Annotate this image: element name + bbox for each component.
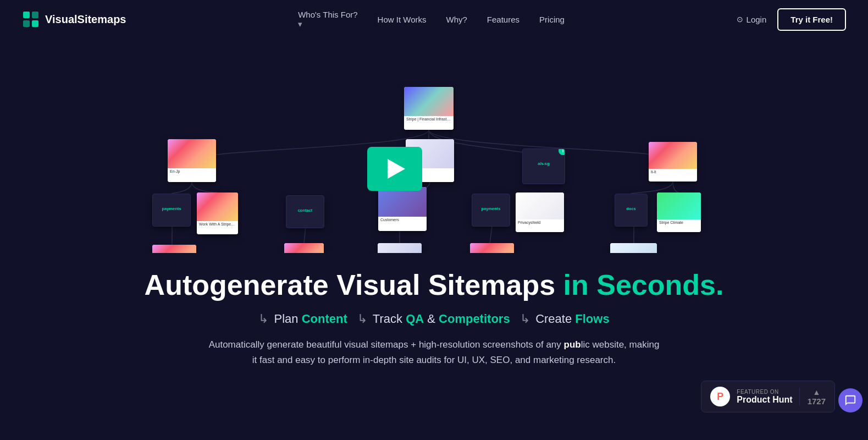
logo-icon: [22, 10, 40, 28]
node-payment-links: Stripe Payment Links: Create & Li...: [152, 245, 196, 253]
logo[interactable]: VisualSitemaps: [22, 10, 126, 28]
svg-rect-3: [32, 20, 38, 27]
node-payments-left: payments: [152, 194, 191, 227]
product-hunt-arrow: ▲: [812, 388, 820, 397]
product-hunt-name: Product Hunt: [737, 395, 792, 405]
node-root: Stripe | Financial Infrastructure For...: [404, 87, 454, 130]
chat-icon: [844, 394, 856, 406]
nav-how-it-works[interactable]: How It Works: [378, 15, 427, 24]
node-payments-docs: Payments | Stripe Documentation: [610, 243, 657, 253]
login-icon: ⊙: [737, 15, 743, 24]
hero-subtitle: ↳ Plan Content ↳ Track QA & Competitors …: [22, 312, 846, 326]
product-hunt-badge[interactable]: P FEATURED ON Product Hunt ▲ 1727: [701, 381, 835, 413]
product-hunt-featured-label: FEATURED ON: [737, 389, 792, 395]
nav-links: Who's This For? ▾ How It Works Why? Feat…: [298, 10, 565, 29]
play-icon: [388, 159, 405, 179]
arrow-icon-1: ↳: [258, 312, 268, 326]
chevron-down-icon: ▾: [298, 19, 357, 29]
nav-right: ⊙ Login Try it Free!: [737, 8, 846, 31]
node-stripe-climate: Stripe Climate: [657, 193, 701, 232]
play-button[interactable]: [367, 147, 422, 191]
arrow-icon-2: ↳: [357, 312, 367, 326]
node-payments-right: payments: [472, 194, 510, 227]
nav-why[interactable]: Why?: [446, 15, 467, 24]
product-hunt-text: FEATURED ON Product Hunt: [737, 389, 792, 405]
info-dot: i: [559, 148, 565, 155]
svg-rect-2: [23, 20, 30, 27]
product-hunt-logo: P: [710, 387, 730, 406]
node-contact-sales: Stripe | Contact Our Sales Team: [284, 243, 324, 253]
chat-widget[interactable]: [838, 388, 863, 413]
brand-name: VisualSitemaps: [45, 13, 126, 26]
login-link[interactable]: ⊙ Login: [737, 15, 767, 24]
svg-rect-0: [23, 12, 30, 18]
node-privacyshield: Privacyshield: [516, 193, 564, 232]
node-ah-sg: ah-sg i: [522, 148, 565, 184]
node-lt-lt: lt-lt: [649, 142, 697, 182]
node-contact: contact: [286, 195, 324, 228]
node-docs: docs: [615, 194, 648, 227]
hero-text-section: Autogenerate Visual Sitemaps in Seconds.…: [0, 253, 868, 379]
product-hunt-number: 1727: [808, 397, 826, 406]
node-en-jp: En-Jp: [168, 139, 216, 182]
try-free-button[interactable]: Try it Free!: [777, 8, 846, 31]
hero-title: Autogenerate Visual Sitemaps in Seconds.: [22, 270, 846, 301]
product-hunt-count-area: ▲ 1727: [799, 388, 826, 406]
navbar: VisualSitemaps Who's This For? ▾ How It …: [0, 0, 868, 38]
hero-description: Automatically generate beautiful visual …: [209, 337, 660, 368]
nav-pricing[interactable]: Pricing: [539, 15, 565, 24]
node-link-stripe: Link By Stripe: One-Click Payments: [470, 243, 514, 253]
node-amazon-case-study: Amazon Case Study | Stripe: [378, 243, 422, 253]
hero-diagram: Stripe | Financial Infrastructure For...…: [0, 38, 868, 253]
arrow-icon-3: ↳: [520, 312, 530, 326]
node-customers: Customers: [378, 187, 427, 231]
nav-features[interactable]: Features: [487, 15, 519, 24]
nav-whos-for[interactable]: Who's This For? ▾: [298, 10, 357, 29]
svg-rect-1: [32, 12, 38, 18]
node-work-stripe: Work With A Stripe Partner...: [197, 193, 238, 234]
